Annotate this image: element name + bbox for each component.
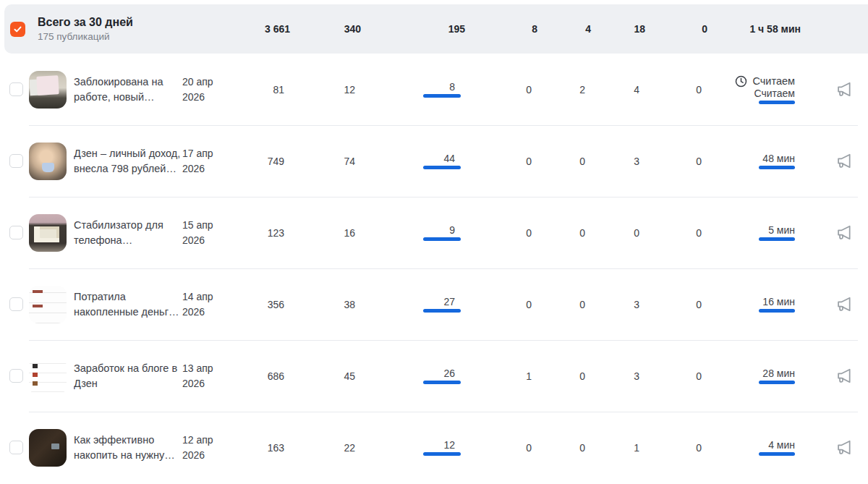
megaphone-icon[interactable] — [834, 81, 854, 98]
time-underline-bar — [759, 101, 795, 104]
stat-col-2: 12 — [288, 84, 359, 95]
stat-value: 0 — [579, 299, 585, 310]
promote-cell — [798, 153, 868, 170]
publication-thumbnail[interactable] — [29, 429, 67, 467]
stat-value: 12 — [344, 84, 355, 95]
stat-value: 1 — [634, 442, 639, 454]
stat-value: 9 — [449, 224, 455, 236]
time-value-wrap: 48 мин — [759, 153, 795, 169]
publication-date: 13 апр 2026 — [182, 361, 220, 391]
megaphone-icon[interactable] — [834, 439, 854, 457]
publication-title[interactable]: Дзен – личный доход, внесла 798 рублей з… — [74, 146, 182, 176]
stat-value: 4 — [634, 84, 639, 95]
publication-thumbnail[interactable] — [29, 286, 67, 323]
summary-row: Всего за 30 дней 175 публикаций 3 661 34… — [4, 4, 868, 54]
megaphone-icon[interactable] — [834, 153, 854, 170]
promote-cell — [798, 368, 868, 385]
stat-value: 0 — [696, 84, 702, 95]
checkbox-unchecked-icon[interactable] — [9, 441, 23, 454]
promote-cell — [798, 439, 868, 457]
stat-value: 3 — [634, 299, 639, 310]
megaphone-icon[interactable] — [834, 296, 854, 313]
stat-time-cell: Считаем Считаем — [705, 75, 798, 104]
time-value: 4 мин — [768, 439, 795, 451]
publication-thumbnail[interactable] — [29, 214, 67, 252]
summary-total-3: 195 — [365, 23, 469, 35]
publication-date: 12 апр 2026 — [182, 433, 220, 462]
stat-col-7: 0 — [643, 299, 705, 310]
summary-total-2: 340 — [294, 23, 365, 35]
stat-col-1: 81 — [229, 84, 288, 95]
publication-thumbnail[interactable] — [29, 143, 67, 180]
summary-total-1: 3 661 — [234, 23, 294, 35]
megaphone-icon[interactable] — [834, 368, 854, 385]
stat-col-6: 3 — [589, 299, 643, 310]
publication-title[interactable]: Стабилизатор для телефона трехосево… — [74, 218, 182, 247]
checkbox-unchecked-icon[interactable] — [9, 226, 23, 239]
checkbox-unchecked-icon[interactable] — [9, 82, 23, 96]
stat-value: 356 — [268, 299, 284, 310]
row-checkbox-cell — [0, 82, 29, 96]
row-checkbox-cell — [0, 369, 29, 383]
publication-thumbnail[interactable] — [29, 357, 67, 395]
stat-value: 749 — [268, 156, 284, 167]
stat-col-3: 8 — [359, 81, 463, 98]
summary-total-5: 4 — [541, 23, 595, 35]
publication-thumbnail[interactable] — [29, 71, 67, 109]
publication-title[interactable]: Заработок на блоге в Дзен — [74, 361, 182, 391]
stat-col-2: 38 — [288, 299, 359, 310]
publication-title[interactable]: Заблокирована на работе, новый… — [74, 75, 182, 104]
checkbox-unchecked-icon[interactable] — [9, 297, 23, 311]
summary-subtitle: 175 публикаций — [38, 31, 234, 43]
title-cell: Потратила накопленные деньг… — [74, 289, 182, 319]
stat-col-1: 163 — [229, 442, 288, 454]
stat-value: 0 — [579, 156, 585, 167]
summary-total-4: 8 — [469, 23, 541, 35]
stat-col-5: 0 — [535, 227, 589, 239]
stat-col-5: 0 — [535, 156, 589, 167]
checkbox-unchecked-icon[interactable] — [9, 369, 23, 383]
stat-col-3: 9 — [359, 224, 463, 241]
stat-col-7: 0 — [643, 156, 705, 167]
time-underline-bar — [759, 309, 795, 313]
checkbox-unchecked-icon[interactable] — [9, 154, 23, 168]
publication-title[interactable]: Как эффективно накопить на нужну… — [74, 433, 182, 462]
stat-col-7: 0 — [643, 442, 705, 454]
publication-date: 14 апр 2026 — [182, 289, 220, 319]
date-cell: 14 апр 2026 — [182, 289, 229, 319]
title-cell: Заработок на блоге в Дзен — [74, 361, 182, 391]
time-value-wrap: 28 мин — [759, 368, 795, 384]
stat-col-5: 0 — [535, 370, 589, 382]
date-cell: 20 апр 2026 — [182, 75, 229, 104]
stat-value: 22 — [344, 442, 355, 454]
check-icon — [13, 25, 22, 34]
stat-col-5: 0 — [535, 442, 589, 454]
publication-date: 20 апр 2026 — [182, 75, 220, 104]
publication-title[interactable]: Потратила накопленные деньг… — [74, 289, 182, 319]
summary-checkbox-cell — [10, 22, 38, 37]
stat-value: 0 — [696, 156, 702, 167]
stat-value: 0 — [634, 227, 639, 239]
stat-col-1: 686 — [229, 370, 288, 382]
date-cell: 17 апр 2026 — [182, 146, 229, 176]
stat-underline-bar — [423, 237, 461, 241]
promote-cell — [798, 224, 868, 242]
stat-col-5: 2 — [535, 84, 589, 95]
stat-col-4: 0 — [463, 299, 535, 310]
megaphone-icon[interactable] — [834, 224, 854, 242]
date-cell: 12 апр 2026 — [182, 433, 229, 462]
publication-date: 15 апр 2026 — [182, 218, 220, 247]
time-value: Считаем — [754, 88, 795, 99]
stat-col-6: 4 — [589, 84, 643, 95]
row-checkbox-cell — [0, 154, 29, 168]
summary-total-7: 0 — [649, 23, 711, 35]
stat-col-1: 749 — [229, 156, 288, 167]
stat-col-6: 1 — [589, 442, 643, 454]
time-value: 28 мин — [762, 368, 795, 379]
thumbnail-cell — [29, 214, 74, 252]
publication-row: Потратила накопленные деньг… 14 апр 2026… — [0, 268, 868, 340]
stat-col-4: 0 — [463, 156, 535, 167]
checkbox-checked-icon[interactable] — [10, 22, 25, 37]
stat-col-3: 12 — [359, 439, 463, 456]
stat-col-2: 16 — [288, 227, 359, 239]
